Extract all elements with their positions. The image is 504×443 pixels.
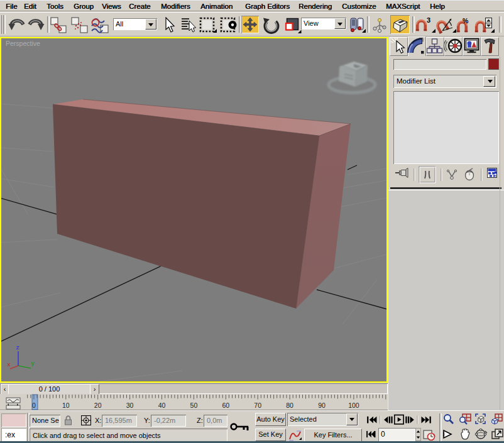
svg-text:90: 90 — [318, 402, 326, 409]
svg-text:20: 20 — [94, 402, 102, 409]
svg-text:30: 30 — [126, 402, 134, 409]
svg-text:50: 50 — [190, 402, 198, 409]
svg-text:10: 10 — [62, 402, 70, 409]
svg-text:y: y — [31, 360, 35, 367]
svg-text:100: 100 — [348, 402, 359, 409]
svg-text:Perspective: Perspective — [6, 40, 40, 47]
svg-text:60: 60 — [222, 402, 229, 409]
svg-text:x: x — [7, 361, 11, 368]
svg-text:z: z — [16, 344, 19, 351]
svg-text:0: 0 — [32, 402, 36, 409]
svg-text:80: 80 — [286, 402, 293, 409]
svg-text:40: 40 — [158, 402, 166, 409]
svg-text:70: 70 — [254, 402, 261, 409]
